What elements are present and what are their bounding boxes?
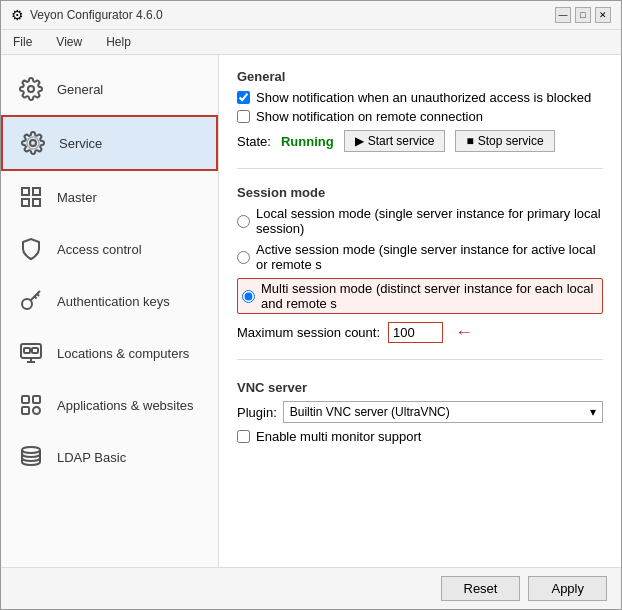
sidebar-item-ldap[interactable]: LDAP Basic [1, 431, 218, 483]
svg-rect-3 [22, 188, 29, 195]
svg-point-1 [30, 140, 36, 146]
radio-active-row: Active session mode (single server insta… [237, 242, 603, 272]
sidebar-ldap-label: LDAP Basic [57, 450, 126, 465]
sidebar-item-applications[interactable]: Applications & websites [1, 379, 218, 431]
application-window: ⚙ Veyon Configurator 4.6.0 — □ ✕ File Vi… [0, 0, 622, 610]
sidebar-item-master[interactable]: Master [1, 171, 218, 223]
title-bar-left: ⚙ Veyon Configurator 4.6.0 [11, 7, 163, 23]
svg-rect-13 [22, 407, 29, 414]
content-area: General Service [1, 55, 621, 567]
svg-rect-10 [32, 348, 38, 353]
general-section-title: General [237, 69, 603, 84]
svg-rect-6 [33, 199, 40, 206]
main-panel: General Show notification when an unauth… [219, 55, 621, 567]
reset-button[interactable]: Reset [441, 576, 521, 601]
divider-1 [237, 168, 603, 169]
state-value: Running [281, 134, 334, 149]
plugin-select[interactable]: Builtin VNC server (UltraVNC) ▾ [283, 401, 603, 423]
title-bar-controls: — □ ✕ [555, 7, 611, 23]
general-section: General Show notification when an unauth… [237, 69, 603, 152]
menu-view[interactable]: View [52, 33, 86, 51]
apps-icon [17, 391, 45, 419]
sidebar-locations-label: Locations & computers [57, 346, 189, 361]
title-bar: ⚙ Veyon Configurator 4.6.0 — □ ✕ [1, 1, 621, 30]
checkbox-multimonitor[interactable] [237, 430, 250, 443]
vnc-section-title: VNC server [237, 380, 603, 395]
checkbox-unauthorized-label: Show notification when an unauthorized a… [256, 90, 591, 105]
stop-icon: ■ [466, 134, 473, 148]
window-title: Veyon Configurator 4.6.0 [30, 8, 163, 22]
radio-group: Local session mode (single server instan… [237, 206, 603, 314]
sidebar-item-service[interactable]: Service [1, 115, 218, 171]
menu-file[interactable]: File [9, 33, 36, 51]
radio-active[interactable] [237, 251, 250, 264]
svg-rect-4 [33, 188, 40, 195]
shield-icon [17, 235, 45, 263]
menu-bar: File View Help [1, 30, 621, 55]
sidebar-item-locations[interactable]: Locations & computers [1, 327, 218, 379]
svg-point-7 [22, 299, 32, 309]
close-button[interactable]: ✕ [595, 7, 611, 23]
svg-rect-9 [24, 348, 30, 353]
key-icon [17, 287, 45, 315]
gear-icon [19, 129, 47, 157]
arrow-annotation: ← [455, 322, 473, 343]
max-session-input[interactable] [388, 322, 443, 343]
grid-icon [17, 183, 45, 211]
session-mode-section: Session mode Local session mode (single … [237, 185, 603, 343]
start-service-button[interactable]: ▶ Start service [344, 130, 446, 152]
stop-service-button[interactable]: ■ Stop service [455, 130, 554, 152]
sidebar-access-label: Access control [57, 242, 142, 257]
radio-multi-row: Multi session mode (distinct server inst… [237, 278, 603, 314]
svg-point-15 [22, 447, 40, 453]
settings-icon [17, 75, 45, 103]
divider-2 [237, 359, 603, 360]
maximize-button[interactable]: □ [575, 7, 591, 23]
radio-active-label: Active session mode (single server insta… [256, 242, 603, 272]
monitor-icon [17, 339, 45, 367]
session-mode-title: Session mode [237, 185, 603, 200]
state-label: State: [237, 134, 271, 149]
checkbox-unauthorized[interactable] [237, 91, 250, 104]
sidebar: General Service [1, 55, 219, 567]
svg-point-0 [28, 86, 34, 92]
svg-point-14 [33, 407, 40, 414]
checkbox-multimonitor-row: Enable multi monitor support [237, 429, 603, 444]
svg-rect-5 [22, 199, 29, 206]
app-icon: ⚙ [11, 7, 24, 23]
database-icon [17, 443, 45, 471]
apply-button[interactable]: Apply [528, 576, 607, 601]
sidebar-item-auth-keys[interactable]: Authentication keys [1, 275, 218, 327]
checkbox-remote-row: Show notification on remote connection [237, 109, 603, 124]
sidebar-service-label: Service [59, 136, 102, 151]
svg-rect-11 [22, 396, 29, 403]
plugin-value: Builtin VNC server (UltraVNC) [290, 405, 450, 419]
radio-multi[interactable] [242, 290, 255, 303]
max-session-label: Maximum session count: [237, 325, 380, 340]
menu-help[interactable]: Help [102, 33, 135, 51]
minimize-button[interactable]: — [555, 7, 571, 23]
checkbox-remote[interactable] [237, 110, 250, 123]
sidebar-apps-label: Applications & websites [57, 398, 194, 413]
checkbox-unauthorized-row: Show notification when an unauthorized a… [237, 90, 603, 105]
state-row: State: Running ▶ Start service ■ Stop se… [237, 130, 603, 152]
radio-multi-label: Multi session mode (distinct server inst… [261, 281, 598, 311]
svg-point-2 [27, 137, 39, 149]
checkbox-multimonitor-label: Enable multi monitor support [256, 429, 421, 444]
plugin-row: Plugin: Builtin VNC server (UltraVNC) ▾ [237, 401, 603, 423]
vnc-section: VNC server Plugin: Builtin VNC server (U… [237, 380, 603, 448]
radio-local[interactable] [237, 215, 250, 228]
play-icon: ▶ [355, 134, 364, 148]
sidebar-master-label: Master [57, 190, 97, 205]
svg-rect-12 [33, 396, 40, 403]
chevron-down-icon: ▾ [590, 405, 596, 419]
session-count-row: Maximum session count: ← [237, 322, 603, 343]
bottom-bar: Reset Apply [1, 567, 621, 609]
plugin-label: Plugin: [237, 405, 277, 420]
checkbox-remote-label: Show notification on remote connection [256, 109, 483, 124]
sidebar-item-general[interactable]: General [1, 63, 218, 115]
sidebar-general-label: General [57, 82, 103, 97]
sidebar-item-access-control[interactable]: Access control [1, 223, 218, 275]
radio-local-label: Local session mode (single server instan… [256, 206, 603, 236]
sidebar-auth-label: Authentication keys [57, 294, 170, 309]
